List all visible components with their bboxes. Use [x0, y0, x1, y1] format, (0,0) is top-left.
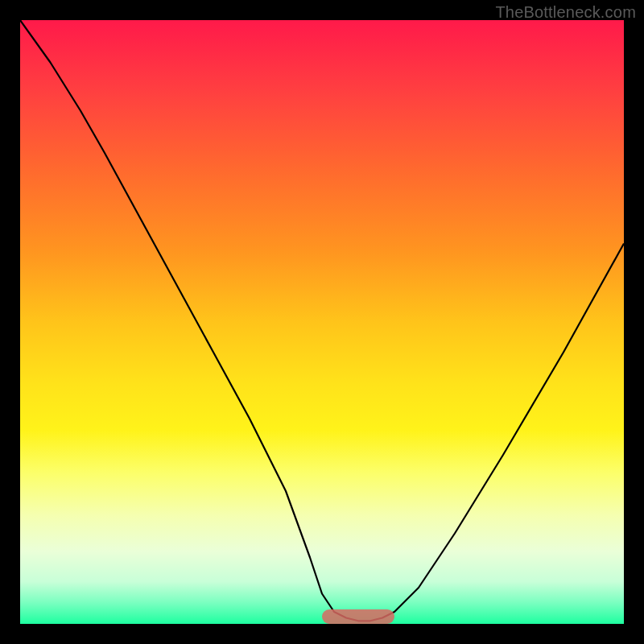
plot-area [20, 20, 624, 624]
watermark-text: TheBottleneck.com [495, 3, 636, 22]
bottleneck-curve [20, 20, 624, 624]
chart-frame: TheBottleneck.com [0, 0, 644, 644]
optimal-range-marker [322, 609, 394, 624]
